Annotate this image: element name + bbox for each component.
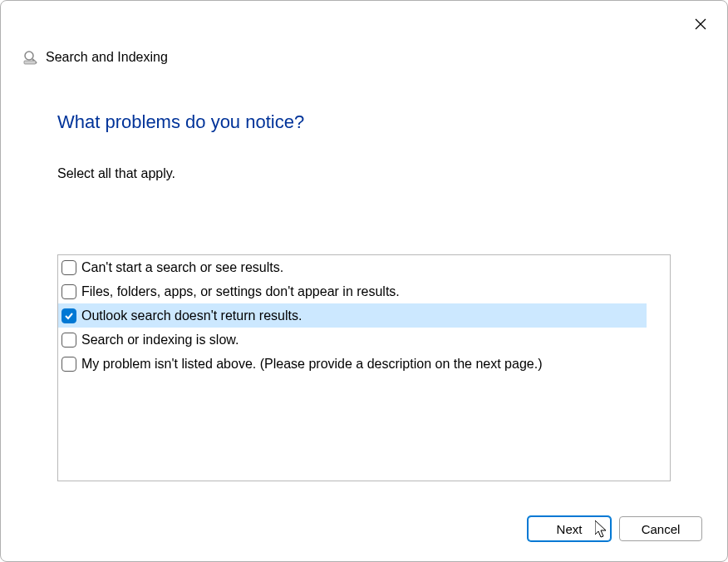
option-row[interactable]: My problem isn't listed above. (Please p… <box>58 352 647 376</box>
option-label: Search or indexing is slow. <box>81 333 239 348</box>
checkbox[interactable] <box>61 357 76 372</box>
option-row[interactable]: Can't start a search or see results. <box>58 255 647 279</box>
header-title: Search and Indexing <box>46 50 168 65</box>
next-button[interactable]: Next <box>528 516 611 541</box>
search-indexing-icon <box>22 49 39 66</box>
instruction-text: Select all that apply. <box>57 166 671 181</box>
option-row[interactable]: Outlook search doesn't return results. <box>58 303 647 328</box>
option-row[interactable]: Files, folders, apps, or settings don't … <box>58 279 647 303</box>
checkbox[interactable] <box>61 333 76 348</box>
checkbox[interactable] <box>61 260 76 275</box>
header: Search and Indexing <box>1 1 727 66</box>
cancel-button[interactable]: Cancel <box>619 516 702 541</box>
option-label: Can't start a search or see results. <box>81 260 283 275</box>
troubleshooter-window: Search and Indexing What problems do you… <box>0 0 728 562</box>
checkbox[interactable] <box>61 308 76 323</box>
svg-point-2 <box>25 52 33 60</box>
option-row[interactable]: Search or indexing is slow. <box>58 328 647 352</box>
checkbox[interactable] <box>61 284 76 299</box>
close-button[interactable] <box>689 12 712 36</box>
option-label: Outlook search doesn't return results. <box>81 308 302 323</box>
option-label: Files, folders, apps, or settings don't … <box>81 284 400 299</box>
svg-rect-4 <box>24 61 36 64</box>
close-icon <box>695 18 706 30</box>
options-inner: Can't start a search or see results. Fil… <box>58 255 647 481</box>
option-label: My problem isn't listed above. (Please p… <box>81 357 542 372</box>
question-heading: What problems do you notice? <box>57 111 671 133</box>
footer: Next Cancel <box>1 516 727 561</box>
content-area: What problems do you notice? Select all … <box>1 66 727 516</box>
options-list: Can't start a search or see results. Fil… <box>57 254 671 481</box>
scrollbar[interactable] <box>647 255 670 481</box>
